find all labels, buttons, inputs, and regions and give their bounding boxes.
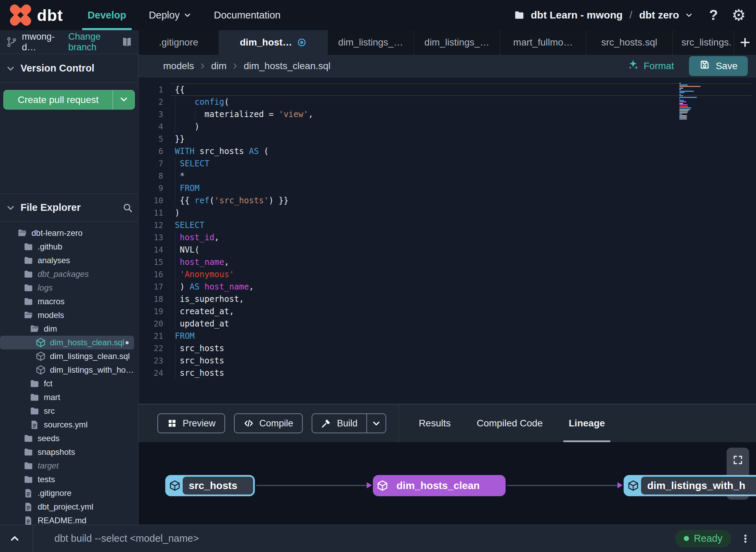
version-control-header[interactable]: Version Control <box>0 54 138 83</box>
result-tabs: ResultsCompiled CodeLineage <box>419 405 605 442</box>
tree-item[interactable]: src <box>0 404 134 418</box>
save-button[interactable]: Save <box>689 56 748 76</box>
nav-item-deploy[interactable]: Deploy <box>149 0 191 30</box>
code-line[interactable]: 12SELECT <box>139 219 756 231</box>
nav-item-develop[interactable]: Develop <box>88 0 126 30</box>
breadcrumb-dim[interactable]: dim <box>211 61 226 72</box>
editor-tab[interactable]: dim_listings_… <box>328 30 414 55</box>
code-line[interactable]: 18 is_superhost, <box>139 293 756 305</box>
dbt-logo[interactable]: dbt <box>10 4 63 26</box>
compile-button[interactable]: Compile <box>234 413 303 433</box>
tree-item[interactable]: analyses <box>0 254 134 267</box>
editor-tab[interactable]: src_listings. <box>673 30 734 55</box>
editor-tab[interactable]: mart_fullmo… <box>500 30 586 55</box>
tree-item[interactable]: dim_hosts_clean.sql <box>0 336 134 349</box>
tree-item[interactable]: dbt-learn-zero <box>0 226 134 240</box>
code-line[interactable]: 23 src_hosts <box>139 355 756 367</box>
tree-item[interactable]: target <box>0 459 134 473</box>
tree-item[interactable]: dim <box>0 322 134 336</box>
tree-item[interactable]: seeds <box>0 432 134 445</box>
editor-tab[interactable]: dim_host… <box>219 30 328 55</box>
code-line[interactable]: 19 created_at, <box>139 305 756 318</box>
new-tab-button[interactable] <box>734 30 756 55</box>
tree-item[interactable]: dim_listings_clean.sql <box>0 349 134 363</box>
code-line[interactable]: 17 ) AS host_name, <box>139 281 756 293</box>
code-line[interactable]: 10 {{ ref('src_hosts') }} <box>139 194 756 207</box>
code-line[interactable]: 14 NVL( <box>139 244 756 256</box>
code-line[interactable]: 24 src_hosts <box>139 367 756 379</box>
kebab-menu-icon[interactable] <box>740 534 751 544</box>
code-editor[interactable]: 1{{2 config(3 materialized = 'view',4 )5… <box>139 77 756 404</box>
bottom-actions-bar: PreviewCompileBuild ResultsCompiled Code… <box>139 404 756 442</box>
lineage-node-dim_listings_with_h[interactable]: dim_listings_with_h <box>624 475 756 496</box>
button-label: Preview <box>183 418 216 429</box>
line-number: 21 <box>139 330 163 342</box>
breadcrumb-file[interactable]: dim_hosts_clean.sql <box>244 61 330 72</box>
tree-item[interactable]: dim_listings_with_hosts… <box>0 363 134 377</box>
lineage-node-dim_hosts_clean[interactable]: dim_hosts_clean <box>373 475 506 496</box>
create-pull-request-button[interactable]: Create pull request <box>3 90 135 110</box>
file-explorer-header[interactable]: File Explorer <box>0 194 138 221</box>
code-line[interactable]: 7 SELECT <box>139 157 756 170</box>
code-line[interactable]: 16 'Anonymous' <box>139 268 756 281</box>
chevron-up-icon[interactable] <box>10 534 20 544</box>
tree-item[interactable]: macros <box>0 295 134 308</box>
code-line[interactable]: 3 materialized = 'view', <box>139 108 756 120</box>
tree-item[interactable]: tests <box>0 473 134 486</box>
code-line[interactable]: 22 src_hosts <box>139 342 756 355</box>
editor-tab[interactable]: dim_listings_… <box>414 30 500 55</box>
tree-item[interactable]: dbt_packages <box>0 267 134 281</box>
tab-compiled-code[interactable]: Compiled Code <box>477 405 543 442</box>
build-button[interactable]: Build <box>312 413 386 433</box>
nav-item-documentation[interactable]: Documentation <box>214 0 281 30</box>
folder-icon <box>23 283 34 293</box>
code-line[interactable]: 15 host_name, <box>139 256 756 268</box>
preview-button[interactable]: Preview <box>157 413 225 433</box>
change-branch-link[interactable]: Change branch <box>68 31 121 53</box>
code-line[interactable]: 5}} <box>139 133 756 145</box>
main-nav: Develop Deploy Documentation <box>88 0 281 30</box>
search-icon[interactable] <box>122 203 133 213</box>
tree-item[interactable]: models <box>0 308 134 322</box>
folder-icon <box>23 433 34 444</box>
tree-item[interactable]: README.md <box>0 514 134 525</box>
tree-item[interactable]: logs <box>0 281 134 295</box>
chevron-right-icon <box>199 62 206 70</box>
tree-item[interactable]: fct <box>0 377 134 390</box>
docs-book-icon[interactable] <box>121 36 133 48</box>
line-number: 17 <box>139 281 163 293</box>
tree-item[interactable]: sources.yml <box>0 418 134 432</box>
tree-item[interactable]: .github <box>0 240 134 254</box>
tree-item[interactable]: .gitignore <box>0 486 134 500</box>
fullscreen-icon[interactable] <box>732 454 743 465</box>
lineage-canvas[interactable]: src_hostsdim_hosts_cleandim_listings_wit… <box>139 442 756 525</box>
tab-results[interactable]: Results <box>419 405 451 442</box>
help-icon[interactable]: ? <box>709 7 718 23</box>
build-options-dropdown[interactable] <box>366 414 386 433</box>
code-line[interactable]: 21FROM <box>139 330 756 342</box>
code-line[interactable]: 9 FROM <box>139 182 756 194</box>
minimap[interactable] <box>679 83 705 120</box>
code-line[interactable]: 13 host_id, <box>139 231 756 244</box>
project-switcher[interactable]: dbt Learn - mwong / dbt zero <box>514 9 693 21</box>
tree-item-label: README.md <box>38 516 87 525</box>
code-line[interactable]: 6WITH src_hosts AS ( <box>139 145 756 157</box>
lineage-node-src_hosts[interactable]: src_hosts <box>165 475 255 496</box>
tab-lineage[interactable]: Lineage <box>569 405 605 442</box>
gear-icon[interactable]: ⚙ <box>732 7 746 23</box>
code-line[interactable]: 2 config( <box>139 96 756 108</box>
command-input[interactable]: dbt build --select <model_name> <box>54 533 199 544</box>
code-line[interactable]: 4 ) <box>139 120 756 133</box>
code-line[interactable]: 11) <box>139 207 756 219</box>
create-pr-dropdown[interactable] <box>113 90 134 109</box>
code-line[interactable]: 20 updated_at <box>139 318 756 330</box>
editor-tab[interactable]: src_hosts.sql <box>586 30 673 55</box>
editor-tab[interactable]: .gitignore <box>139 30 219 55</box>
tree-item[interactable]: snapshots <box>0 445 134 459</box>
code-line[interactable]: 1{{ <box>139 84 756 96</box>
tree-item[interactable]: mart <box>0 390 134 404</box>
breadcrumb-models[interactable]: models <box>163 61 194 72</box>
tree-item[interactable]: dbt_project.yml <box>0 500 134 514</box>
code-line[interactable]: 8 * <box>139 170 756 182</box>
format-button[interactable]: Format <box>627 59 674 73</box>
